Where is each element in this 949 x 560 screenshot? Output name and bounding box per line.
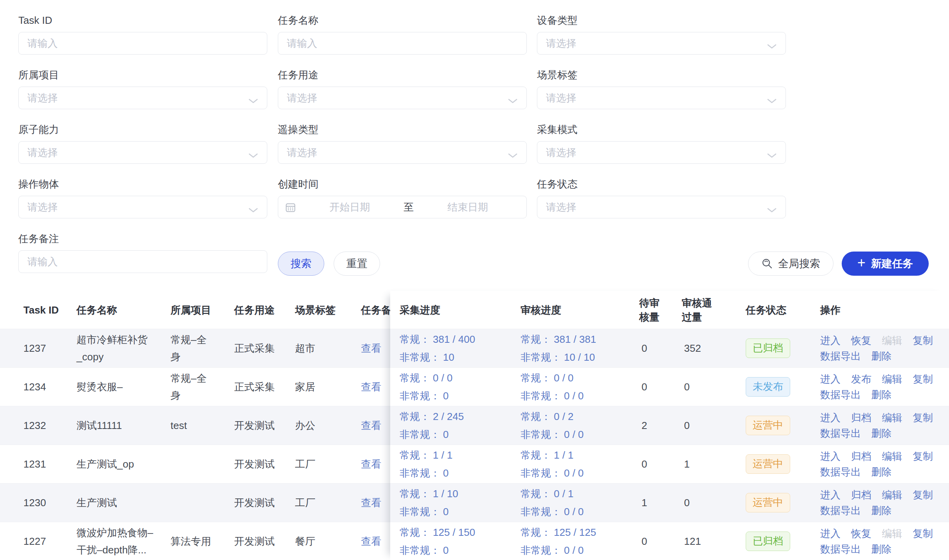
table-header-right: 采集进度审核进度待审核量审核通过量任务状态操作 xyxy=(390,291,949,329)
filter-target_object-select[interactable]: 请选择 xyxy=(18,196,267,218)
action-link[interactable]: 恢复 xyxy=(851,333,871,348)
daterange-start-input[interactable]: 开始日期 xyxy=(298,200,402,214)
action-link[interactable]: 归档 xyxy=(851,487,871,503)
review-progress-line: 常规： 0 / 0 xyxy=(521,369,639,387)
cell-collect-progress: 常规： 0 / 0非常规： 0 xyxy=(390,369,521,405)
view-note-link[interactable]: 查看 xyxy=(361,497,381,509)
table-row: 常规： 1 / 1非常规： 0常规： 1 / 1非常规： 0 / 001运营中进… xyxy=(390,445,949,483)
task-table: Task ID任务名称所属项目任务用途场景标签任务备注1237超市冷鲜柜补货 _… xyxy=(0,291,949,560)
action-link[interactable]: 归档 xyxy=(851,448,871,464)
action-link[interactable]: 恢复 xyxy=(851,526,871,541)
action-link[interactable]: 编辑 xyxy=(882,371,902,387)
action-link[interactable]: 复制 xyxy=(913,371,933,387)
review-progress-line: 常规： 125 / 125 xyxy=(521,523,639,541)
action-link[interactable]: 发布 xyxy=(851,371,871,387)
action-link[interactable]: 复制 xyxy=(913,526,933,541)
cell-note: 查看 xyxy=(358,533,390,550)
action-link[interactable]: 进入 xyxy=(820,526,841,541)
action-link[interactable]: 数据导出 xyxy=(820,348,861,364)
view-note-link[interactable]: 查看 xyxy=(361,458,381,470)
collect-progress-line: 非常规： 0 xyxy=(400,387,521,405)
filter-task_name-input[interactable]: 请输入 xyxy=(278,32,527,55)
column-header-collect-progress: 采集进度 xyxy=(390,303,521,317)
filter-task_id-input[interactable]: 请输入 xyxy=(18,32,267,55)
table-row: 1234熨烫衣服–常规–全 身正式采集家居查看 xyxy=(0,367,390,406)
collect-progress-line: 非常规： 0 xyxy=(400,541,521,559)
column-header-passed-count: 审核通过量 xyxy=(682,296,746,324)
cell-task-name: 微波炉加热食物– 干扰–depth降... xyxy=(76,524,171,558)
table-row: 常规： 2 / 245非常规： 0常规： 0 / 2非常规： 0 / 020运营… xyxy=(390,406,949,445)
action-link[interactable]: 复制 xyxy=(913,487,933,503)
cell-status: 已归档 xyxy=(746,532,817,551)
filter-task_status-select[interactable]: 请选择 xyxy=(537,196,786,218)
create-task-button[interactable]: + 新建任务 xyxy=(842,252,929,276)
action-link[interactable]: 复制 xyxy=(913,448,933,464)
view-note-link[interactable]: 查看 xyxy=(361,535,381,547)
collect-progress-line: 常规： 125 / 150 xyxy=(400,523,521,541)
action-link[interactable]: 进入 xyxy=(820,371,841,387)
cell-passed-count: 0 xyxy=(682,494,746,511)
select-placeholder: 请选择 xyxy=(546,146,576,159)
column-header-review-progress: 审核进度 xyxy=(521,303,639,317)
filter-device_type-select[interactable]: 请选择 xyxy=(537,32,786,55)
view-note-link[interactable]: 查看 xyxy=(361,420,381,431)
action-links-line: 进入恢复编辑复制 xyxy=(820,333,949,348)
filter-label-device_type: 设备类型 xyxy=(537,14,786,27)
cell-task-id: 1227 xyxy=(0,533,76,550)
cell-pending-count: 0 xyxy=(639,533,682,550)
table-row: 常规： 1 / 10非常规： 0常规： 0 / 1非常规： 0 / 010运营中… xyxy=(390,483,949,522)
table-scroll-right-pane[interactable]: 采集进度审核进度待审核量审核通过量任务状态操作常规： 381 / 400非常规：… xyxy=(390,291,949,560)
select-placeholder: 请选择 xyxy=(287,91,317,105)
filter-teleop_type-select[interactable]: 请选择 xyxy=(278,141,527,164)
action-link[interactable]: 数据导出 xyxy=(820,541,861,557)
action-link[interactable]: 删除 xyxy=(871,387,892,402)
filter-project-select[interactable]: 请选择 xyxy=(18,87,267,109)
filter-task_usage-select[interactable]: 请选择 xyxy=(278,87,527,109)
status-badge: 运营中 xyxy=(746,493,790,512)
column-header-actions: 操作 xyxy=(817,303,949,317)
action-link[interactable]: 复制 xyxy=(913,410,933,425)
action-link[interactable]: 数据导出 xyxy=(820,387,861,402)
filter-create_time-daterange[interactable]: 开始日期至结束日期 xyxy=(278,196,527,218)
column-header-collect-progress-label: 采集进度 xyxy=(400,304,440,316)
filter-field-scene_tag: 场景标签请选择 xyxy=(537,69,786,109)
action-link[interactable]: 进入 xyxy=(820,333,841,348)
cell-pending-count: 2 xyxy=(639,417,682,434)
action-link[interactable]: 编辑 xyxy=(882,410,902,425)
filter-scene_tag-select[interactable]: 请选择 xyxy=(537,87,786,109)
filter-task_note-input[interactable]: 请输入 xyxy=(18,250,267,273)
action-link[interactable]: 进入 xyxy=(820,410,841,425)
filter-atomic_ability-select[interactable]: 请选择 xyxy=(18,141,267,164)
cell-passed-count: 121 xyxy=(682,533,746,550)
action-link[interactable]: 数据导出 xyxy=(820,503,861,518)
action-link[interactable]: 复制 xyxy=(913,333,933,348)
filter-field-teleop_type: 遥操类型请选择 xyxy=(278,123,527,164)
cell-scene: 工厂 xyxy=(295,494,358,511)
daterange-end-input[interactable]: 结束日期 xyxy=(416,200,520,214)
action-link[interactable]: 数据导出 xyxy=(820,425,861,441)
action-link[interactable]: 删除 xyxy=(871,541,892,557)
cell-usage: 正式采集 xyxy=(234,340,295,357)
search-button[interactable]: 搜索 xyxy=(278,252,324,276)
action-link[interactable]: 删除 xyxy=(871,464,892,480)
column-header-note-label: 任务备注 xyxy=(361,304,390,316)
action-link[interactable]: 数据导出 xyxy=(820,464,861,480)
action-link[interactable]: 进入 xyxy=(820,448,841,464)
action-link[interactable]: 编辑 xyxy=(882,448,902,464)
action-link[interactable]: 删除 xyxy=(871,425,892,441)
view-note-link[interactable]: 查看 xyxy=(361,381,381,393)
action-links-line: 进入发布编辑复制 xyxy=(820,371,949,387)
view-note-link[interactable]: 查看 xyxy=(361,342,381,354)
cell-actions: 进入归档编辑复制数据导出删除 xyxy=(817,448,949,480)
action-link[interactable]: 编辑 xyxy=(882,487,902,503)
action-link[interactable]: 删除 xyxy=(871,348,892,364)
reset-button[interactable]: 重置 xyxy=(334,252,380,276)
global-search-button[interactable]: 全局搜索 xyxy=(748,252,833,276)
filter-label-atomic_ability: 原子能力 xyxy=(18,123,267,136)
table-fixed-left-pane: Task ID任务名称所属项目任务用途场景标签任务备注1237超市冷鲜柜补货 _… xyxy=(0,291,390,560)
filter-collect_mode-select[interactable]: 请选择 xyxy=(537,141,786,164)
action-link[interactable]: 归档 xyxy=(851,410,871,425)
action-links-line: 数据导出删除 xyxy=(820,541,949,557)
action-link[interactable]: 删除 xyxy=(871,503,892,518)
action-link[interactable]: 进入 xyxy=(820,487,841,503)
